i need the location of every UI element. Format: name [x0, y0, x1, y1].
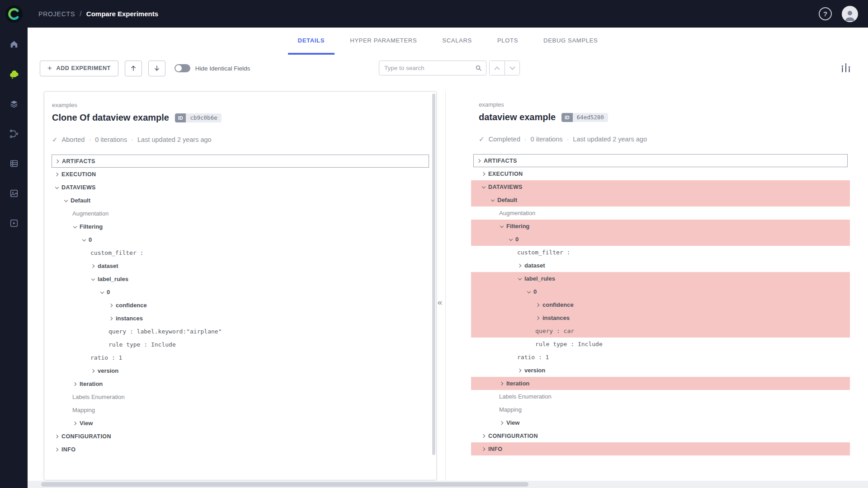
help-icon[interactable]: ? [819, 7, 832, 20]
tree-row-0[interactable]: 0 [44, 286, 436, 299]
tree-row-0[interactable]: 0 [44, 233, 436, 246]
sidebar-item-pipelines[interactable] [8, 128, 20, 140]
breadcrumb-projects-link[interactable]: PROJECTS [38, 10, 75, 18]
hide-identical-toggle[interactable] [175, 64, 190, 72]
scrollbar-thumb[interactable] [432, 94, 435, 455]
sidebar-item-reports[interactable] [8, 188, 20, 199]
tree-row-view[interactable]: View [44, 417, 436, 430]
move-up-button[interactable] [125, 61, 142, 76]
chevron-right-icon[interactable] [499, 420, 505, 426]
tree-row-label-rules[interactable]: label_rules [471, 272, 850, 285]
tree-row-default[interactable]: Default [44, 194, 436, 207]
chevron-right-icon[interactable] [108, 316, 114, 321]
chevron-right-icon[interactable] [481, 446, 486, 452]
chevron-right-icon[interactable] [90, 368, 96, 374]
chevron-right-icon[interactable] [72, 421, 78, 426]
horizontal-scrollbar[interactable] [28, 481, 868, 488]
tab-hyper-parameters[interactable]: HYPER PARAMETERS [340, 28, 427, 55]
chevron-right-icon[interactable] [476, 158, 482, 164]
tree-row-confidence[interactable]: confidence [44, 299, 436, 312]
chevron-right-icon[interactable] [517, 263, 523, 268]
vertical-scrollbar[interactable] [432, 94, 436, 478]
search-input[interactable] [379, 61, 486, 75]
tree-row-iteration[interactable]: Iteration [44, 377, 436, 390]
tree-row-info[interactable]: INFO [471, 442, 850, 455]
search-prev-button[interactable] [490, 61, 505, 75]
sidebar-item-datasets[interactable] [8, 98, 20, 110]
chevron-down-icon[interactable] [517, 276, 523, 282]
sidebar-item-queues[interactable] [8, 158, 20, 169]
sidebar-item-projects[interactable] [8, 68, 20, 80]
chevron-down-icon[interactable] [526, 289, 532, 295]
chevron-right-icon[interactable] [54, 172, 60, 177]
tree-row-execution[interactable]: EXECUTION [44, 168, 436, 181]
tab-debug-samples[interactable]: DEBUG SAMPLES [533, 28, 608, 55]
chevron-right-icon[interactable] [517, 368, 523, 373]
tree-row-filtering[interactable]: Filtering [471, 220, 850, 233]
top-bar: PROJECTS / Compare Experiments ? [0, 0, 868, 28]
sidebar-item-applications[interactable] [8, 217, 20, 229]
tree-row-0[interactable]: 0 [471, 233, 850, 246]
user-avatar[interactable] [842, 6, 858, 22]
tab-details[interactable]: DETAILS [288, 28, 335, 55]
tree-row-instances[interactable]: instances [471, 311, 850, 324]
chevron-right-icon[interactable] [535, 315, 541, 321]
tree-row-dataviews[interactable]: DATAVIEWS [44, 181, 436, 194]
tree-row-info[interactable]: INFO [44, 443, 436, 456]
chevron-down-icon[interactable] [72, 224, 78, 230]
tab-scalars[interactable]: SCALARS [432, 28, 482, 55]
tree-row-confidence[interactable]: confidence [471, 298, 850, 311]
tree-row-dataset[interactable]: dataset [44, 259, 436, 272]
tree-row-execution[interactable]: EXECUTION [471, 167, 850, 180]
collapse-panel-handle[interactable]: « [434, 296, 445, 309]
tree-row-dataset[interactable]: dataset [471, 259, 850, 272]
dot-separator: · [566, 136, 569, 143]
compare-view-button[interactable] [840, 62, 852, 75]
chevron-right-icon[interactable] [499, 381, 505, 386]
chevron-down-icon[interactable] [81, 237, 87, 243]
tree-row-artifacts[interactable]: ARTIFACTS [473, 154, 848, 167]
chevron-right-icon[interactable] [90, 263, 96, 269]
chevron-down-icon[interactable] [499, 224, 505, 229]
add-experiment-button[interactable]: + ADD EXPERIMENT [40, 61, 118, 76]
tree-row-dataviews[interactable]: DATAVIEWS [471, 180, 850, 193]
tree-row-version[interactable]: version [44, 364, 436, 377]
chevron-right-icon[interactable] [481, 433, 486, 439]
chevron-right-icon[interactable] [55, 159, 60, 164]
tree-row-configuration[interactable]: CONFIGURATION [44, 430, 436, 443]
sidebar-item-home[interactable] [8, 38, 20, 50]
tree-row-label-rules[interactable]: label_rules [44, 272, 436, 286]
chevron-down-icon[interactable] [90, 277, 96, 282]
tree-row-configuration[interactable]: CONFIGURATION [471, 429, 850, 442]
chevron-down-icon[interactable] [54, 185, 60, 190]
tree-row-0[interactable]: 0 [471, 285, 850, 298]
logo-icon [5, 5, 23, 23]
chevron-down-icon[interactable] [63, 198, 69, 203]
chevron-down-icon[interactable] [99, 290, 105, 295]
chevron-down-icon[interactable] [508, 237, 514, 242]
chevron-down-icon[interactable] [481, 184, 486, 190]
tree-row-filtering[interactable]: Filtering [44, 220, 436, 233]
chevron-right-icon[interactable] [108, 303, 114, 308]
chevron-right-icon[interactable] [72, 381, 78, 387]
chevron-right-icon[interactable] [481, 171, 486, 177]
chevron-right-icon[interactable] [54, 447, 60, 452]
search-icon[interactable] [475, 64, 482, 74]
tree-row-rule-type-include: rule type : Include [44, 338, 436, 351]
move-down-button[interactable] [148, 61, 165, 76]
tree-row-version[interactable]: version [471, 364, 850, 377]
tree-row-iteration[interactable]: Iteration [471, 377, 850, 390]
search-next-button[interactable] [505, 61, 519, 75]
tree-row-default[interactable]: Default [471, 193, 850, 206]
tree-row-view[interactable]: View [471, 416, 850, 429]
tree-row-artifacts[interactable]: ARTIFACTS [52, 155, 429, 168]
tree-row-instances[interactable]: instances [44, 312, 436, 325]
scrollbar-thumb[interactable] [41, 482, 528, 487]
chevron-right-icon[interactable] [535, 302, 541, 308]
tree-row-label: rule type : Include [108, 341, 176, 348]
search-box [379, 61, 486, 75]
chevron-down-icon[interactable] [490, 197, 495, 203]
clearml-logo[interactable] [0, 0, 28, 28]
chevron-right-icon[interactable] [54, 434, 60, 439]
tab-plots[interactable]: PLOTS [487, 28, 528, 55]
